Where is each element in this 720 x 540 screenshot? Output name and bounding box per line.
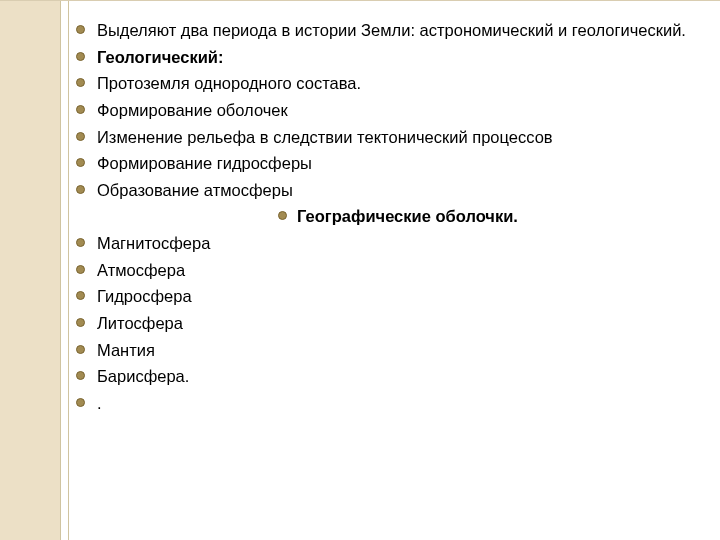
list-item: Формирование гидросферы [98,153,698,174]
list-item-text: Образование атмосферы [97,180,293,201]
bullet-icon [76,78,85,87]
bullet-icon [76,371,85,380]
list-item-text: Изменение рельефа в следствии тектоничес… [97,127,553,148]
side-vertical-line-left [60,0,61,540]
bullet-icon [76,158,85,167]
list-item-text: Литосфера [97,313,183,334]
list-item: Магнитосфера [98,233,698,254]
list-item: Гидросфера [98,286,698,307]
content-area: Выделяют два периода в истории Земли: ас… [98,20,698,419]
list-item: Выделяют два периода в истории Земли: ас… [98,20,698,41]
list-item-text: Геологический: [97,47,223,68]
bullet-icon [76,318,85,327]
side-band [0,0,60,540]
list-item-text: Протоземля однородного состава. [97,73,361,94]
list-item: Формирование оболочек [98,100,698,121]
list-item-text: Барисфера. [97,366,189,387]
list-item: Барисфера. [98,366,698,387]
list-item: Изменение рельефа в следствии тектоничес… [98,127,698,148]
list-item-text: Выделяют два периода в истории Земли: ас… [97,20,686,41]
bullet-icon [76,291,85,300]
list-item-text: Формирование оболочек [97,100,288,121]
list-item: Мантия [98,340,698,361]
bullet-icon [76,132,85,141]
bullet-icon [76,185,85,194]
bullet-icon [76,105,85,114]
list-item: Литосфера [98,313,698,334]
list-item-text: . [97,393,102,414]
bullet-icon [76,398,85,407]
list-item-text: Формирование гидросферы [97,153,312,174]
list-item: Образование атмосферы [98,180,698,201]
bullet-icon [278,211,287,220]
list-item-text: Гидросфера [97,286,192,307]
list-item-text: Географические оболочки. [297,206,518,227]
bullet-icon [76,238,85,247]
list-item: Атмосфера [98,260,698,281]
bullet-icon [76,265,85,274]
bullet-icon [76,52,85,61]
list-item: Геологический: [98,47,698,68]
slide: Выделяют два периода в истории Земли: ас… [0,0,720,540]
top-border-line [0,0,720,1]
list-item-text: Мантия [97,340,155,361]
list-item: . [98,393,698,414]
list-item-text: Атмосфера [97,260,185,281]
side-vertical-line-right [68,0,69,540]
list-item-heading: Географические оболочки. [98,206,698,227]
list-item-text: Магнитосфера [97,233,210,254]
bullet-icon [76,25,85,34]
bullet-icon [76,345,85,354]
list-item: Протоземля однородного состава. [98,73,698,94]
